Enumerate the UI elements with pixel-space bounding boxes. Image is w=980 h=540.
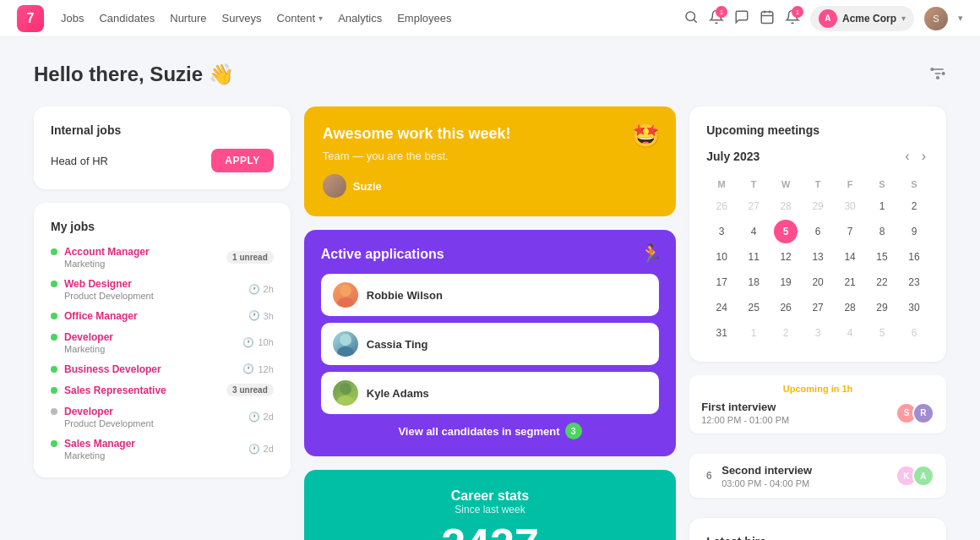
calendar-day[interactable]: 4 [742,220,765,243]
job-link[interactable]: Sales Manager [64,438,135,450]
candidate-row[interactable]: Robbie Wilson [321,274,659,316]
meeting-participant-avatar: A [912,465,934,487]
meeting-time: 12:00 PM - 01:00 PM [701,415,789,425]
calendar-next-button[interactable]: › [918,149,929,164]
view-all-button[interactable]: View all candidates in segment 3 [321,423,659,439]
calendar-day[interactable]: 9 [902,220,926,243]
notification-badge: 1 [716,6,727,18]
calendar-day[interactable]: 28 [838,296,862,319]
message-icon[interactable] [734,9,749,27]
calendar-day[interactable]: 2 [902,194,926,218]
latest-hire-card: Latest hire [689,518,946,540]
user-menu-chevron[interactable]: ▾ [958,13,963,24]
day-header: T [738,176,769,193]
meeting-time: 03:00 PM - 04:00 PM [721,478,812,488]
job-link[interactable]: Office Manager [64,310,138,322]
search-icon[interactable] [683,9,699,27]
calendar-day[interactable]: 16 [902,245,926,269]
meeting-participant-avatar: R [912,402,934,424]
calendar-day[interactable]: 28 [774,194,798,218]
calendar-day[interactable]: 18 [742,270,765,294]
calendar-today[interactable]: 5 [774,220,798,243]
job-link[interactable]: Developer [64,331,113,343]
calendar-icon[interactable] [760,9,775,27]
nav-jobs[interactable]: Jobs [61,12,84,25]
nav-candidates[interactable]: Candidates [99,12,155,25]
calendar-day[interactable]: 30 [838,194,862,218]
meeting-number: 6 [701,462,716,489]
calendar-day[interactable]: 3 [710,220,733,243]
meeting-row: First interview 12:00 PM - 01:00 PM S R [701,401,934,425]
awesome-emoji: 🤩 [631,122,661,150]
calendar-day[interactable]: 13 [806,245,830,269]
dashboard-grid: Internal jobs Head of HR APPLY My jobs A… [34,106,946,540]
career-stats-card: Career stats Since last week 2427 Visito… [304,470,676,540]
notifications-icon[interactable]: 1 [785,9,800,27]
calendar-day[interactable]: 2 [774,321,798,345]
calendar-day[interactable]: 14 [838,245,862,269]
nav-employees[interactable]: Employees [397,12,451,25]
calendar-day[interactable]: 4 [838,321,862,345]
day-header: M [706,176,737,193]
calendar-day[interactable]: 26 [710,194,733,218]
company-selector[interactable]: A Acme Corp ▾ [810,6,914,31]
calendar-day[interactable]: 5 [870,321,894,345]
calendar-day[interactable]: 3 [806,321,830,345]
candidate-row[interactable]: Kyle Adams [321,372,659,414]
calendar-day[interactable]: 23 [902,270,926,294]
calendar-day[interactable]: 17 [710,270,733,294]
nav-surveys[interactable]: Surveys [222,12,262,25]
calendar-day[interactable]: 21 [838,270,862,294]
job-link[interactable]: Business Developer [64,363,161,375]
calendar-day[interactable]: 24 [710,296,733,319]
candidate-name: Robbie Wilson [367,289,443,302]
calendar-day[interactable]: 15 [870,245,894,269]
bell-icon[interactable]: 1 [709,9,724,27]
nav-content[interactable]: Content ▾ [277,12,324,25]
candidate-avatar [333,282,358,308]
calendar-day[interactable]: 29 [870,296,894,319]
awesome-user-name: Suzie [353,180,382,193]
calendar-day[interactable]: 11 [742,245,765,269]
calendar-day[interactable]: 7 [838,220,862,243]
svg-point-14 [340,334,351,346]
candidate-row[interactable]: Cassia Ting [321,323,659,365]
job-link[interactable]: Developer [64,406,113,417]
calendar-day[interactable]: 27 [806,296,830,319]
calendar-day[interactable]: 22 [870,270,894,294]
calendar-day[interactable]: 31 [710,321,733,345]
apply-button[interactable]: APPLY [211,149,273,172]
calendar-day[interactable]: 8 [870,220,894,243]
job-link[interactable]: Sales Representative [64,385,166,396]
user-avatar[interactable]: S [924,7,948,30]
calendar-day[interactable]: 25 [742,296,765,319]
calendar-day[interactable]: 6 [806,220,830,243]
calendar-day[interactable]: 12 [774,245,798,269]
nav-nurture[interactable]: Nurture [170,12,206,25]
calendar-prev-button[interactable]: ‹ [901,149,912,164]
job-meta: 🕐 10h [242,337,273,348]
job-link[interactable]: Web Designer [64,278,132,290]
svg-point-16 [340,383,351,395]
calendar-day[interactable]: 30 [902,296,926,319]
calendar-day[interactable]: 20 [806,270,830,294]
calendar-day[interactable]: 6 [902,321,926,345]
calendar-day[interactable]: 1 [742,321,765,345]
filter-icon[interactable] [929,65,946,85]
calendar-day[interactable]: 10 [710,245,733,269]
calendar-day[interactable]: 26 [774,296,798,319]
company-name: Acme Corp [842,13,896,25]
nav-analytics[interactable]: Analytics [338,12,382,25]
list-item: Office Manager 🕐 3h [51,309,274,322]
calendar-day[interactable]: 27 [742,194,765,218]
calendar-day[interactable]: 1 [870,194,894,218]
app-logo[interactable]: 7 [17,5,44,32]
job-link[interactable]: Account Manager [64,246,150,258]
calendar-day[interactable]: 29 [806,194,830,218]
page-title: Hello there, Suzie 👋 [34,63,234,86]
svg-point-0 [686,12,695,21]
page-header: Hello there, Suzie 👋 [34,63,946,86]
calendar-day[interactable]: 19 [774,270,798,294]
career-stats-number: 2427 [323,522,657,540]
company-avatar: A [819,9,837,28]
